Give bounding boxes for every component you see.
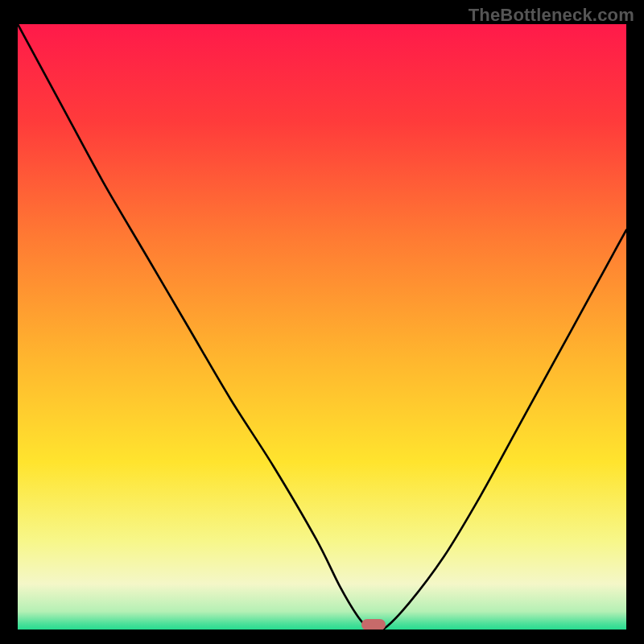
curve-layer — [18, 24, 626, 630]
plot-area — [18, 24, 626, 630]
optimal-point-marker — [361, 619, 386, 630]
chart-frame: TheBottleneck.com — [0, 0, 644, 644]
watermark-text: TheBottleneck.com — [469, 5, 634, 26]
bottleneck-curve — [18, 24, 626, 630]
